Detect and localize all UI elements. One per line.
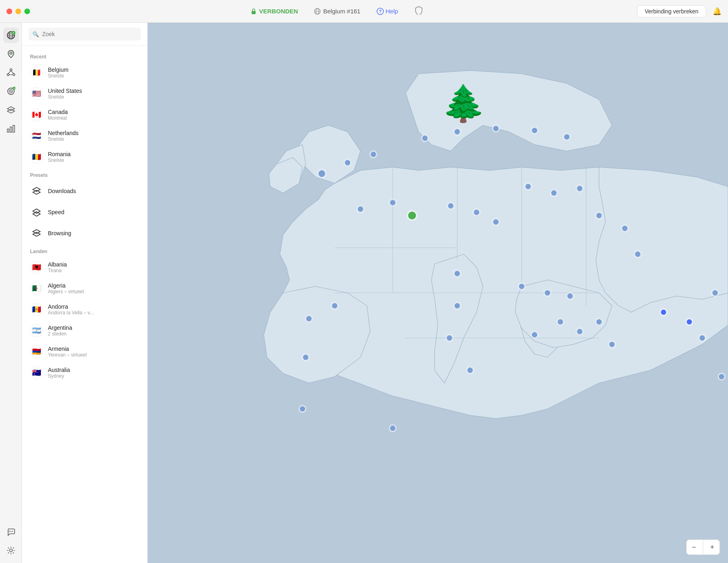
maximize-button[interactable]: [24, 9, 30, 14]
svg-point-81: [302, 354, 309, 361]
list-item-canada[interactable]: 🇨🇦 Canada Montreal: [22, 104, 147, 125]
item-sub-belgium: Snelste: [48, 73, 69, 79]
sidebar-item-settings[interactable]: [3, 543, 19, 558]
svg-point-90: [390, 425, 396, 432]
svg-marker-27: [7, 109, 15, 113]
svg-point-82: [531, 331, 538, 338]
flag-belgium: 🇧🇪: [30, 66, 43, 79]
svg-point-17: [13, 74, 15, 76]
list-item-netherlands[interactable]: 🇳🇱 Netherlands Snelste: [22, 125, 147, 146]
svg-point-78: [454, 270, 461, 277]
list-item-algeria[interactable]: 🇩🇿 Algeria Algiers – virtueel: [22, 278, 147, 299]
svg-point-89: [299, 406, 306, 412]
list-scroll[interactable]: Recent 🇧🇪 Belgium Snelste 🇺🇸 United Stat…: [22, 46, 147, 563]
svg-point-75: [609, 341, 615, 348]
svg-point-87: [718, 374, 725, 380]
zoom-out-button[interactable]: −: [687, 540, 701, 554]
svg-line-18: [8, 71, 11, 74]
list-item-browsing[interactable]: Browsing: [22, 223, 147, 244]
svg-point-73: [577, 328, 583, 335]
svg-point-15: [10, 69, 12, 71]
item-name-belgium: Belgium: [48, 67, 69, 73]
server-info: Belgium #161: [314, 8, 360, 15]
flag-algeria: 🇩🇿: [30, 282, 43, 295]
list-item-andorra[interactable]: 🇦🇩 Andorra Andorra la Vella – v...: [22, 299, 147, 320]
speed-icon: [30, 206, 43, 219]
search-input[interactable]: [28, 28, 141, 41]
close-button[interactable]: [6, 9, 12, 14]
item-text-us: United States Snelste: [48, 88, 82, 100]
list-item-armenia[interactable]: 🇦🇲 Armenia Yerevan – virtueel: [22, 341, 147, 362]
sidebar-item-threat[interactable]: ✓: [3, 84, 19, 99]
disconnect-button[interactable]: Verbinding verbreken: [637, 5, 706, 17]
list-item-speed[interactable]: Speed: [22, 202, 147, 223]
list-item-romania[interactable]: 🇷🇴 Romania Snelste: [22, 146, 147, 168]
svg-point-34: [9, 549, 12, 552]
svg-point-56: [473, 209, 480, 215]
sidebar-item-globe[interactable]: !: [3, 28, 19, 43]
svg-point-64: [551, 190, 557, 196]
item-text-armenia: Armenia Yerevan – virtueel: [48, 346, 87, 358]
list-item-downloads[interactable]: Downloads: [22, 181, 147, 202]
item-name-browsing: Browsing: [48, 230, 71, 236]
sidebar-item-location[interactable]: [3, 46, 19, 62]
svg-point-66: [596, 212, 602, 219]
minimize-button[interactable]: [15, 9, 21, 14]
svg-point-23: [10, 91, 11, 92]
landen-section-label: Landen: [22, 244, 147, 257]
svg-point-83: [660, 309, 667, 316]
svg-point-70: [544, 290, 551, 296]
svg-point-33: [12, 531, 13, 532]
notification-icon[interactable]: 🔔: [713, 7, 722, 16]
list-item-australia[interactable]: 🇦🇺 Australia Sydney: [22, 362, 147, 383]
europe-map: 🌲: [148, 23, 728, 563]
flag-us: 🇺🇸: [30, 87, 43, 100]
item-name-algeria: Algeria: [48, 282, 84, 289]
svg-marker-37: [33, 209, 40, 213]
item-name-armenia: Armenia: [48, 346, 87, 352]
svg-point-52: [357, 206, 364, 213]
svg-point-76: [306, 316, 312, 322]
svg-point-85: [699, 335, 706, 341]
list-item-belgium[interactable]: 🇧🇪 Belgium Snelste: [22, 62, 147, 83]
item-sub-canada: Montreal: [48, 115, 68, 121]
server-list: Recent 🇧🇪 Belgium Snelste 🇺🇸 United Stat…: [22, 23, 148, 563]
map-area[interactable]: 🌲: [148, 23, 728, 563]
help-link[interactable]: ? Help: [377, 8, 398, 15]
sidebar-item-support[interactable]: [3, 524, 19, 539]
list-item-albania[interactable]: 🇦🇱 Albania Tirana: [22, 257, 147, 278]
item-name-canada: Canada: [48, 109, 68, 115]
svg-point-58: [422, 135, 428, 142]
item-text-andorra: Andorra Andorra la Vella – v...: [48, 303, 94, 316]
search-wrapper: [28, 28, 141, 41]
flag-australia: 🇦🇺: [30, 366, 43, 379]
zoom-controls: − +: [686, 539, 720, 555]
svg-point-63: [525, 183, 532, 190]
list-item-argentina[interactable]: 🇦🇷 Argentina 2 steden: [22, 320, 147, 341]
flag-armenia: 🇦🇲: [30, 345, 43, 358]
svg-marker-39: [33, 230, 40, 234]
flag-andorra: 🇦🇩: [30, 303, 43, 316]
svg-point-80: [446, 335, 453, 341]
svg-marker-38: [33, 212, 40, 216]
presets-section-label: Presets: [22, 168, 147, 181]
svg-point-50: [345, 159, 351, 166]
window-controls: [6, 9, 30, 14]
svg-point-53: [390, 200, 396, 206]
svg-point-65: [577, 185, 583, 192]
svg-point-32: [9, 531, 9, 532]
svg-point-59: [454, 129, 461, 135]
svg-point-68: [635, 251, 641, 258]
zoom-in-button[interactable]: +: [705, 540, 719, 554]
item-name-argentina: Argentina: [48, 324, 72, 331]
flag-canada: 🇨🇦: [30, 108, 43, 121]
sidebar-item-layers[interactable]: [3, 102, 19, 118]
sidebar-item-mesh[interactable]: [3, 65, 19, 80]
sidebar-item-stats[interactable]: [3, 121, 19, 136]
list-item-us[interactable]: 🇺🇸 United States Snelste: [22, 83, 147, 104]
svg-point-55: [448, 203, 454, 209]
svg-rect-29: [10, 127, 12, 132]
item-text-argentina: Argentina 2 steden: [48, 324, 72, 337]
svg-point-86: [712, 290, 718, 296]
item-text-australia: Australia Sydney: [48, 367, 70, 379]
